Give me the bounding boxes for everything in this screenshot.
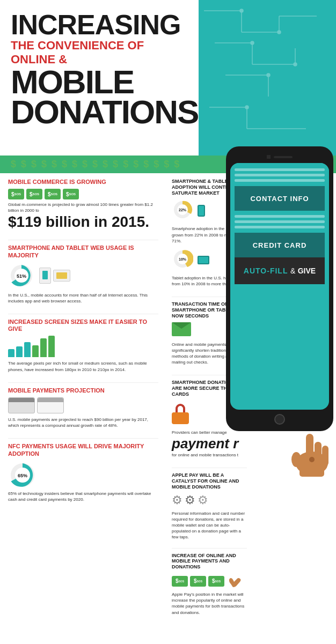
pie2-chart: 10% bbox=[172, 248, 193, 272]
section-mobile-commerce: MOBILE COMMERCE IS GROWING $SOS $SOS $SO… bbox=[8, 179, 158, 230]
card-icon-1 bbox=[8, 397, 35, 413]
svg-text:22%: 22% bbox=[179, 208, 187, 212]
gear-icon-1: ⚙ bbox=[172, 493, 182, 507]
increase-money-1: $SOS bbox=[172, 576, 188, 587]
web-usage-pie: 51% bbox=[8, 262, 35, 289]
screen-sizes-title: INCREASED SCREEN SIZES MAKE IT EASIER TO… bbox=[8, 319, 158, 332]
svg-rect-31 bbox=[322, 446, 328, 466]
title-mobile: MOBILE bbox=[11, 67, 188, 97]
phone-camera-dot bbox=[267, 155, 271, 159]
header-right-teal bbox=[199, 0, 336, 156]
divider-r4 bbox=[172, 548, 247, 549]
lock-icon-wrapper bbox=[172, 404, 189, 424]
phone-icon-small bbox=[198, 205, 205, 217]
give-label: GIVE bbox=[298, 267, 316, 275]
card-icon-2 bbox=[37, 397, 64, 413]
right-col-wrapper: CONTACT INFO CREDIT CARD bbox=[166, 173, 336, 626]
bar-4 bbox=[32, 345, 39, 357]
credit-card-label: CREDIT CARD bbox=[253, 241, 307, 249]
form-field-6 bbox=[235, 226, 325, 228]
card-icons-row bbox=[8, 397, 158, 413]
hand-icon bbox=[288, 423, 336, 477]
bar-5 bbox=[40, 338, 47, 357]
svg-text:51%: 51% bbox=[17, 273, 26, 279]
form-field-1 bbox=[235, 168, 325, 171]
svg-rect-27 bbox=[300, 465, 324, 477]
web-usage-body: In the U.S., mobile accounts for more th… bbox=[8, 292, 158, 304]
main-layout: MOBILE COMMERCE IS GROWING $SOS $SOS $SO… bbox=[0, 173, 336, 626]
lock-shackle bbox=[176, 404, 185, 412]
divider-2 bbox=[8, 314, 158, 314]
autofill-give-button[interactable]: AUTO-FILL & GIVE bbox=[235, 257, 325, 284]
gear-icon-2: ⚙ bbox=[185, 493, 195, 507]
phone-mockup-container: CONTACT INFO CREDIT CARD bbox=[221, 146, 336, 477]
web-usage-pie-container: 51% bbox=[8, 262, 158, 289]
mobile-commerce-body: Global m-commerce is projected to grow a… bbox=[8, 202, 158, 213]
bar-1 bbox=[8, 349, 14, 357]
nfc-pie: 65% bbox=[8, 461, 35, 487]
money-icons-row: $SOS $SOS $SOS $SOS bbox=[8, 189, 158, 199]
form-field-5 bbox=[235, 220, 325, 223]
svg-rect-30 bbox=[315, 442, 322, 465]
lock-body bbox=[172, 412, 189, 424]
tablet-icon-small bbox=[198, 256, 209, 264]
form-field-3 bbox=[235, 179, 325, 182]
svg-text:65%: 65% bbox=[18, 473, 27, 478]
pie1-chart: 22% bbox=[172, 199, 193, 223]
divider-4 bbox=[8, 438, 158, 439]
gear-icons-row: ⚙ ⚙ ⚙ bbox=[172, 493, 247, 507]
bar-6 bbox=[48, 336, 55, 357]
title-donations: DONATIONS bbox=[11, 97, 188, 127]
mobile-commerce-title: MOBILE COMMERCE IS GROWING bbox=[8, 179, 158, 186]
nfc-title: NFC PAYMENTS USAGE WILL DRIVE MAJORITY A… bbox=[8, 443, 158, 457]
apple-pay-hand-icon bbox=[227, 573, 243, 589]
gear-icon-3: ⚙ bbox=[198, 493, 208, 507]
mobile-commerce-number: $119 billion in 2015. bbox=[8, 214, 158, 231]
phone-outer: CONTACT INFO CREDIT CARD bbox=[226, 146, 333, 431]
svg-point-28 bbox=[291, 452, 301, 467]
svg-point-15 bbox=[277, 31, 281, 34]
contact-info-button[interactable]: CONTACT INFO bbox=[235, 186, 325, 211]
envelope-flap bbox=[172, 322, 191, 330]
money-icon-2: $SOS bbox=[26, 189, 42, 199]
increase-money-2: $SOS bbox=[190, 576, 206, 587]
money-icon-4: $SOS bbox=[63, 189, 79, 199]
screen-sizes-body: The average pixels per inch for small or… bbox=[8, 360, 158, 372]
svg-text:10%: 10% bbox=[179, 257, 187, 261]
divider-3 bbox=[8, 382, 158, 383]
section-web-usage: SMARTPHONE AND TABLET WEB USAGE IS MAJOR… bbox=[8, 245, 158, 304]
screen-sizes-chart bbox=[8, 336, 158, 357]
svg-point-14 bbox=[240, 9, 243, 12]
contact-info-label: CONTACT INFO bbox=[250, 195, 309, 203]
increase-icons-row: $SOS $SOS $SOS bbox=[172, 573, 247, 589]
screen-content: CONTACT INFO CREDIT CARD bbox=[230, 163, 329, 284]
increase-body: Apple Pay's position in the market will … bbox=[172, 591, 247, 616]
divider-1 bbox=[8, 240, 158, 240]
apple-pay-body: Personal information and card number req… bbox=[172, 510, 247, 541]
credit-card-button[interactable]: CREDIT CARD bbox=[235, 233, 325, 257]
autofill-label: AUTO-FILL bbox=[244, 267, 288, 275]
autofill-amp: & bbox=[290, 267, 295, 275]
left-column: MOBILE COMMERCE IS GROWING $SOS $SOS $SO… bbox=[0, 173, 166, 626]
hand-area bbox=[221, 423, 336, 477]
form-field-4 bbox=[235, 215, 325, 218]
svg-point-18 bbox=[267, 73, 270, 77]
header-left: INCREASING THE CONVENIENCE OF ONLINE & M… bbox=[0, 0, 199, 156]
right-column: CONTACT INFO CREDIT CARD bbox=[166, 173, 336, 626]
svg-point-16 bbox=[251, 41, 254, 45]
increase-title: INCREASE OF ONLINE AND MOBILE PAYMENTS A… bbox=[172, 553, 247, 570]
payments-projection-body: U.S. mobile payments are projected to re… bbox=[8, 417, 158, 428]
title-convenience: THE CONVENIENCE OF ONLINE & bbox=[11, 39, 188, 67]
money-icon-1: $SOS bbox=[8, 189, 24, 199]
section-screen-sizes: INCREASED SCREEN SIZES MAKE IT EASIER TO… bbox=[8, 319, 158, 373]
bar-3 bbox=[24, 342, 31, 357]
phone-home-button bbox=[274, 414, 285, 425]
section-nfc: NFC PAYMENTS USAGE WILL DRIVE MAJORITY A… bbox=[8, 443, 158, 502]
bar-2 bbox=[16, 346, 23, 357]
nfc-body: 65% of technology insiders believe that … bbox=[8, 491, 158, 502]
phone-home-button-area bbox=[230, 414, 329, 425]
increase-money-3: $SOS bbox=[208, 576, 224, 587]
title-increasing: INCREASING bbox=[11, 11, 188, 39]
section-apple-pay: APPLE PAY WILL BE A CATALYST FOR ONLINE … bbox=[172, 472, 247, 540]
nfc-pie-container: 65% bbox=[8, 461, 158, 487]
